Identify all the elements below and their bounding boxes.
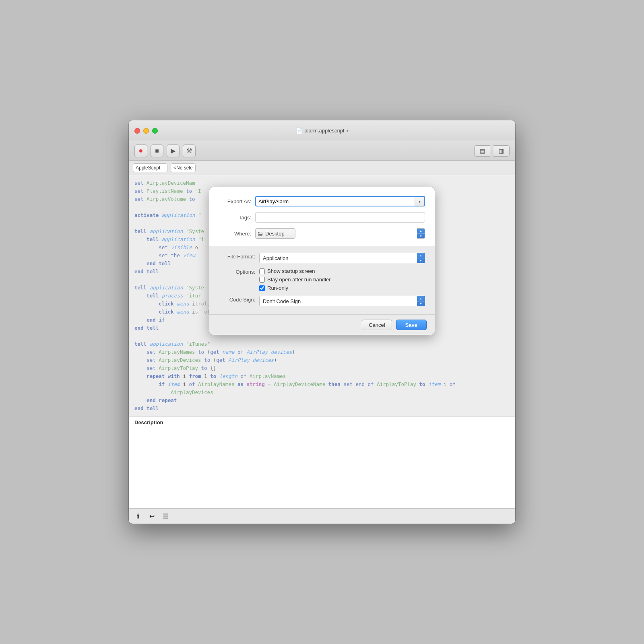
option1-label: Show startup screen [267, 268, 315, 274]
run-button[interactable]: ▶ [167, 144, 180, 157]
code-sign-row: Code Sign: Don't Code Sign [219, 296, 425, 306]
option3-row[interactable]: Run-only [259, 285, 425, 291]
file-format-select[interactable]: Application [259, 253, 425, 263]
options-col: Show startup screen Stay open after run … [259, 268, 425, 291]
code-sign-label: Code Sign: [219, 296, 259, 303]
file-icon: 📄 [296, 128, 303, 134]
where-row: Where: Desktop [219, 228, 425, 239]
save-button[interactable]: Save [396, 320, 427, 330]
cs-stepper-up[interactable] [417, 296, 425, 301]
option1-checkbox[interactable] [259, 268, 265, 274]
view-buttons: ▤ ▥ [474, 145, 510, 157]
stepper-up-icon[interactable] [417, 229, 425, 234]
file-format-label: File Format: [219, 253, 259, 260]
options-label: Options: [219, 268, 259, 275]
stepper-down-icon[interactable] [417, 234, 425, 239]
export-as-label: Export As: [219, 198, 255, 204]
option1-row[interactable]: Show startup screen [259, 268, 425, 274]
stop-button[interactable]: ■ [151, 144, 163, 157]
code-sign-select[interactable]: Don't Code Sign [259, 296, 425, 306]
main-toolbar: ● ■ ▶ ⚒ ▤ ▥ [129, 141, 515, 161]
options-row: Options: Show startup screen Stay open a… [219, 268, 425, 291]
option2-checkbox[interactable] [259, 277, 265, 283]
description-label: Description [129, 417, 515, 428]
compile-button[interactable]: ⚒ [183, 144, 196, 157]
cancel-button[interactable]: Cancel [362, 320, 392, 330]
ff-stepper-up[interactable] [417, 253, 425, 258]
cs-stepper-down[interactable] [417, 301, 425, 306]
window-title: 📄 alarm.applescript ▾ [296, 128, 349, 134]
dialog-top: Export As: ▾ Tags: Where: [209, 187, 435, 246]
main-window: 📄 alarm.applescript ▾ ● ■ ▶ ⚒ ▤ ▥ AppleS… [129, 120, 515, 524]
info-icon[interactable]: ℹ [134, 512, 142, 521]
option3-label: Run-only [267, 285, 288, 291]
dialog-buttons: Cancel Save [209, 314, 435, 335]
close-button[interactable] [134, 128, 140, 134]
where-stepper[interactable] [417, 228, 425, 239]
file-format-wrap: Application [259, 253, 425, 263]
tags-row: Tags: [219, 212, 425, 223]
record-button[interactable]: ● [134, 144, 147, 157]
file-format-row: File Format: Application [219, 253, 425, 263]
list-icon[interactable]: ☰ [161, 512, 170, 521]
option2-label: Stay open after run handler [267, 277, 331, 283]
where-select[interactable]: Desktop [255, 228, 295, 239]
export-as-input-wrap: ▾ [255, 196, 425, 206]
save-dialog: Export As: ▾ Tags: Where: [209, 187, 435, 335]
view-button-2[interactable]: ▥ [493, 145, 510, 157]
tags-label: Tags: [219, 215, 255, 221]
view-button-1[interactable]: ▤ [474, 145, 490, 157]
back-icon[interactable]: ↩ [147, 512, 156, 521]
language-select[interactable]: AppleScript [133, 163, 167, 172]
ff-stepper-down[interactable] [417, 258, 425, 263]
where-select-wrap: Desktop [255, 228, 425, 239]
export-as-dropdown[interactable]: ▾ [415, 196, 425, 206]
file-format-stepper[interactable] [417, 253, 425, 263]
bottom-bar: ℹ ↩ ☰ [129, 508, 515, 524]
export-as-input[interactable] [255, 196, 415, 206]
minimize-button[interactable] [143, 128, 149, 134]
where-label: Where: [219, 231, 255, 237]
export-as-row: Export As: ▾ [219, 196, 425, 206]
maximize-button[interactable] [152, 128, 158, 134]
secondary-toolbar: AppleScript <No sele [129, 161, 515, 175]
titlebar: 📄 alarm.applescript ▾ [129, 120, 515, 141]
traffic-lights [134, 128, 158, 134]
no-selection-badge: <No sele [171, 163, 196, 172]
title-text: alarm.applescript [305, 128, 345, 134]
dialog-bottom: File Format: Application [209, 246, 435, 314]
option3-checkbox[interactable] [259, 285, 265, 291]
dialog-overlay: Export As: ▾ Tags: Where: [129, 175, 515, 417]
option2-row[interactable]: Stay open after run handler [259, 277, 425, 283]
title-chevron[interactable]: ▾ [347, 128, 349, 133]
description-content [129, 428, 515, 508]
main-area: set AirplayDeviceNam set PlaylistName to… [129, 175, 515, 417]
code-sign-wrap: Don't Code Sign [259, 296, 425, 306]
tags-input[interactable] [255, 212, 425, 223]
code-sign-stepper[interactable] [417, 296, 425, 306]
